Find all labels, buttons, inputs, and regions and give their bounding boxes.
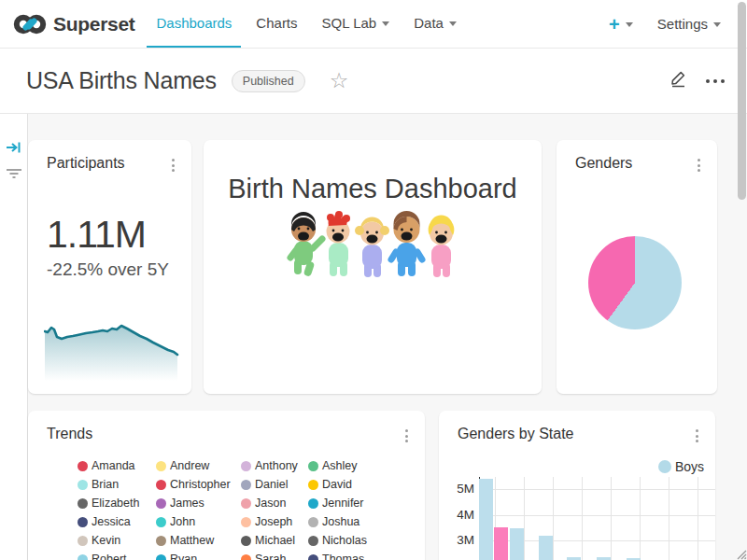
legend-label: Joshua xyxy=(322,515,359,528)
card-title: Genders xyxy=(575,155,632,172)
legend-swatch xyxy=(156,461,166,471)
legend-item-matthew[interactable]: Matthew xyxy=(156,531,241,550)
nav-item-sql-lab[interactable]: SQL Lab xyxy=(313,0,400,48)
plus-icon: + xyxy=(609,15,620,34)
legend-swatch xyxy=(78,517,88,527)
filter-icon[interactable] xyxy=(6,166,22,185)
legend-swatch xyxy=(308,480,318,490)
published-badge[interactable]: Published xyxy=(232,70,305,92)
legend-label: John xyxy=(170,515,195,528)
nav-item-charts[interactable]: Charts xyxy=(247,0,306,48)
markdown-header-card: Birth Names Dashboard xyxy=(204,140,542,394)
legend-item-boys[interactable]: Boys xyxy=(658,459,704,474)
legend-label: Matthew xyxy=(170,534,214,547)
superset-dashboard-window: Superset DashboardsChartsSQL LabData + S… xyxy=(0,0,747,560)
legend-item-anthony[interactable]: Anthony xyxy=(241,456,308,475)
legend-item-elizabeth[interactable]: Elizabeth xyxy=(78,494,156,512)
bar-4[interactable] xyxy=(539,536,553,560)
chevron-down-icon xyxy=(626,22,633,27)
legend-item-thomas[interactable]: Thomas xyxy=(308,550,411,560)
kebab-menu-icon[interactable] xyxy=(400,426,414,446)
legend-label: Ryan xyxy=(170,553,197,560)
card-title: Trends xyxy=(47,426,92,442)
legend-item-sarah[interactable]: Sarah xyxy=(241,550,308,560)
boys-legend-label: Boys xyxy=(675,459,704,474)
topnav-right-cluster: + Settings xyxy=(609,0,747,48)
big-number-trend: -22.5% over 5Y xyxy=(47,259,169,280)
legend-swatch xyxy=(308,536,318,546)
genders-card: Genders xyxy=(557,140,717,394)
edit-pencil-icon[interactable] xyxy=(669,70,687,91)
more-actions-icon[interactable] xyxy=(706,79,725,83)
legend-item-john[interactable]: John xyxy=(156,512,241,531)
genders-pie-chart[interactable] xyxy=(588,236,682,329)
legend-label: Daniel xyxy=(255,478,288,491)
vertical-scrollbar[interactable] xyxy=(738,2,746,200)
legend-swatch xyxy=(156,480,166,490)
legend-item-ashley[interactable]: Ashley xyxy=(308,456,411,475)
boys-legend-swatch xyxy=(658,460,671,473)
bar-3[interactable] xyxy=(510,528,524,560)
legend-item-joshua[interactable]: Joshua xyxy=(308,512,411,531)
new-item-button[interactable]: + xyxy=(609,15,633,34)
resize-grip-icon[interactable] xyxy=(734,547,747,560)
legend-item-brian[interactable]: Brian xyxy=(78,475,156,494)
legend-label: Nicholas xyxy=(322,534,367,547)
legend-swatch xyxy=(78,480,88,490)
legend-swatch xyxy=(78,461,88,471)
big-number-value: 1.11M xyxy=(47,213,146,257)
gridline xyxy=(480,489,715,490)
settings-label: Settings xyxy=(657,16,708,32)
legend-item-james[interactable]: James xyxy=(156,494,241,512)
participants-area-chart[interactable] xyxy=(44,323,179,381)
legend-swatch xyxy=(156,517,166,527)
nav-item-label: Charts xyxy=(256,15,297,31)
legend-item-michael[interactable]: Michael xyxy=(241,531,308,550)
legend-label: Ashley xyxy=(322,459,358,472)
bar-2[interactable] xyxy=(494,527,508,560)
nav-item-dashboards[interactable]: Dashboards xyxy=(147,0,241,48)
legend-item-jason[interactable]: Jason xyxy=(241,494,308,512)
kebab-menu-icon[interactable] xyxy=(692,155,706,175)
legend-swatch xyxy=(156,554,166,560)
titlebar-actions xyxy=(669,70,725,91)
legend-item-joseph[interactable]: Joseph xyxy=(241,512,308,531)
superset-infinity-icon xyxy=(13,11,47,37)
bar-1[interactable] xyxy=(479,479,493,560)
favorite-star-icon[interactable]: ☆ xyxy=(330,70,349,91)
legend-item-amanda[interactable]: Amanda xyxy=(78,456,156,475)
legend-item-jennifer[interactable]: Jennifer xyxy=(308,494,411,512)
trends-card: Trends AmandaAndrewAnthonyAshleyBrianChr… xyxy=(28,411,425,560)
legend-item-david[interactable]: David xyxy=(308,475,411,494)
legend-label: Jason xyxy=(255,497,286,510)
legend-item-kevin[interactable]: Kevin xyxy=(78,531,156,550)
legend-item-robert[interactable]: Robert xyxy=(78,550,156,560)
legend-label: Thomas xyxy=(322,553,364,560)
expand-filter-bar-icon[interactable] xyxy=(6,140,22,159)
nav-item-data[interactable]: Data xyxy=(404,0,466,48)
legend-swatch xyxy=(156,498,166,509)
legend-swatch xyxy=(241,461,251,471)
kebab-menu-icon[interactable] xyxy=(690,426,704,446)
dashboard-title-bar: USA Births Names Published ☆ xyxy=(0,49,747,114)
legend-swatch xyxy=(308,498,318,509)
legend-item-nicholas[interactable]: Nicholas xyxy=(308,531,411,550)
legend-item-christopher[interactable]: Christopher xyxy=(156,475,241,494)
filter-bar-collapsed xyxy=(0,114,28,560)
legend-item-daniel[interactable]: Daniel xyxy=(241,475,308,494)
chevron-down-icon xyxy=(713,22,721,27)
trends-legend: AmandaAndrewAnthonyAshleyBrianChristophe… xyxy=(78,456,411,560)
dashboard-grid: Participants 1.11M -22.5% over 5Y Birth … xyxy=(0,114,747,560)
legend-item-jessica[interactable]: Jessica xyxy=(78,512,156,531)
settings-menu[interactable]: Settings xyxy=(657,16,721,32)
nav-item-label: SQL Lab xyxy=(322,15,377,31)
legend-swatch xyxy=(241,498,251,509)
legend-swatch xyxy=(308,517,318,527)
superset-logo[interactable]: Superset xyxy=(0,0,134,48)
legend-item-ryan[interactable]: Ryan xyxy=(156,550,241,560)
legend-swatch xyxy=(308,461,318,471)
legend-swatch xyxy=(78,536,88,546)
legend-item-andrew[interactable]: Andrew xyxy=(156,456,241,475)
dashboard-heading: Birth Names Dashboard xyxy=(204,174,542,204)
kebab-menu-icon[interactable] xyxy=(166,155,180,175)
